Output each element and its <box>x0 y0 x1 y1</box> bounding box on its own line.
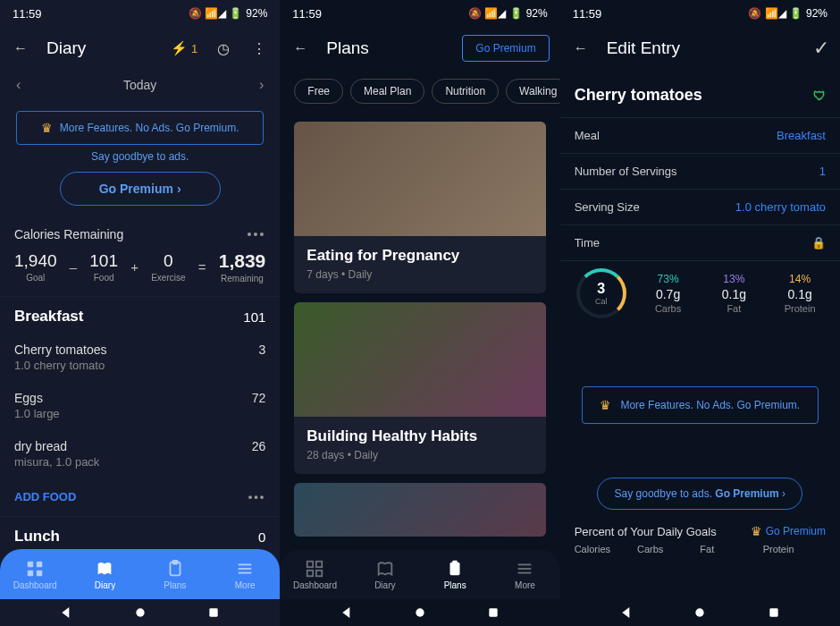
calories-more-icon[interactable]: ••• <box>248 227 266 241</box>
chip-walking[interactable]: Walking <box>506 79 560 104</box>
food-value: 101 <box>89 251 118 271</box>
svg-rect-3 <box>37 570 42 575</box>
nav-diary[interactable]: Diary <box>70 549 139 599</box>
plans-appbar: ← Plans Go Premium <box>280 27 559 70</box>
food-item-dry-bread[interactable]: dry breadmisura, 1.0 pack 26 <box>0 429 280 478</box>
promo-banner[interactable]: ♛ More Features. No Ads. Go Premium. <box>582 386 819 424</box>
sys-home-icon[interactable] <box>413 605 427 620</box>
sys-recent-icon[interactable] <box>206 605 221 620</box>
go-premium-button[interactable]: Go Premium› <box>60 172 221 206</box>
date-label[interactable]: Today <box>123 78 156 92</box>
clock-icon[interactable]: ◷ <box>214 38 233 58</box>
nav-plans[interactable]: Plans <box>140 549 210 599</box>
svg-rect-21 <box>490 608 498 616</box>
plan-card-healthy-habits[interactable]: Building Healthy Habits28 days • Daily <box>294 302 545 474</box>
food-item-cherry-tomatoes[interactable]: Cherry tomatoes1.0 cherry tomato 3 <box>0 333 280 381</box>
plans-icon <box>165 559 185 579</box>
macros-row: 3 Cal 73% 0.7g Carbs 13% 0.1g Fat 14% 0.… <box>560 260 840 333</box>
status-icons: 🔕 📶◢ 🔋92% <box>189 7 268 20</box>
streak-icon[interactable]: ⚡ <box>171 40 188 56</box>
crown-icon: ♛ <box>600 398 611 412</box>
calories-row: 1,940Goal – 101Food + 0Exercise = 1,839R… <box>0 247 280 296</box>
system-nav <box>280 599 559 626</box>
promo-pill[interactable]: Say goodbye to ads. Go Premium › <box>597 478 802 510</box>
streak-count: 1 <box>191 42 197 55</box>
nav-more[interactable]: More <box>210 549 280 599</box>
svg-rect-11 <box>307 561 313 566</box>
svg-rect-13 <box>307 570 313 575</box>
calories-header: Calories Remaining ••• <box>0 218 280 247</box>
goals-header: Percent of Your Daily Goals ♛Go Premium <box>560 510 840 544</box>
nav-diary[interactable]: Diary <box>350 549 420 599</box>
more-menu-icon <box>235 559 255 579</box>
chip-nutrition[interactable]: Nutrition <box>432 79 499 104</box>
entry-appbar: ← Edit Entry ✓ <box>560 27 840 70</box>
nav-more[interactable]: More <box>490 549 559 599</box>
plan-card-pregnancy[interactable]: Eating for Pregnancy7 days • Daily <box>294 122 545 293</box>
meal-row[interactable]: Meal Breakfast <box>560 117 840 153</box>
sys-home-icon[interactable] <box>133 605 147 620</box>
servings-row[interactable]: Number of Servings 1 <box>560 153 840 189</box>
diary-icon <box>95 559 114 579</box>
more-icon[interactable]: ⋮ <box>249 38 269 58</box>
svg-point-9 <box>136 608 144 616</box>
diary-screen: 11:59 🔕 📶◢ 🔋92% ← Diary ⚡1 ◷ ⋮ ‹ Today ›… <box>0 0 280 626</box>
chip-free[interactable]: Free <box>294 79 343 104</box>
food-item-eggs[interactable]: Eggs1.0 large 72 <box>0 381 280 429</box>
plans-title: Plans <box>326 38 446 58</box>
status-time: 11:59 <box>573 7 602 21</box>
add-food-breakfast[interactable]: ADD FOOD ••• <box>0 478 280 516</box>
crown-icon: ♛ <box>41 121 53 135</box>
nav-dashboard[interactable]: Dashboard <box>0 549 70 599</box>
lunch-header[interactable]: Lunch 0 <box>0 516 280 553</box>
sys-back-icon[interactable] <box>340 605 354 620</box>
back-icon[interactable]: ← <box>11 38 30 58</box>
diary-appbar: ← Diary ⚡1 ◷ ⋮ <box>0 27 280 70</box>
system-nav <box>560 599 840 626</box>
plan-card-partial[interactable] <box>294 483 545 537</box>
check-icon[interactable]: ✓ <box>813 37 829 60</box>
sys-recent-icon[interactable] <box>767 605 781 620</box>
svg-rect-23 <box>769 608 777 616</box>
plans-screen: 11:59 🔕 📶◢ 🔋92% ← Plans Go Premium Free … <box>280 0 559 626</box>
calories-remaining-label: Calories Remaining <box>14 227 123 241</box>
back-icon[interactable]: ← <box>571 38 591 58</box>
svg-point-20 <box>416 608 424 616</box>
status-time: 11:59 <box>13 7 42 21</box>
nav-plans[interactable]: Plans <box>420 549 490 599</box>
svg-rect-5 <box>172 560 178 563</box>
lock-icon: 🔒 <box>811 236 826 250</box>
food-name-header: Cherry tomatoes 🛡 <box>560 70 840 117</box>
nav-dashboard[interactable]: Dashboard <box>280 549 349 599</box>
serving-size-row[interactable]: Serving Size 1.0 cherry tomato <box>560 189 840 224</box>
macro-protein: 14% 0.1g Protein <box>769 273 831 314</box>
status-icons: 🔕 📶◢ 🔋92% <box>468 7 548 20</box>
breakfast-header[interactable]: Breakfast 101 <box>0 296 280 333</box>
sys-home-icon[interactable] <box>693 605 707 620</box>
sys-back-icon[interactable] <box>59 605 73 620</box>
chevron-right-icon: › <box>177 182 181 196</box>
filter-chips: Free Meal Plan Nutrition Walking Workout <box>280 70 559 113</box>
sys-recent-icon[interactable] <box>486 605 500 620</box>
macro-fat: 13% 0.1g Fat <box>702 273 765 314</box>
breakfast-more-icon[interactable]: ••• <box>248 490 266 503</box>
chip-meal-plan[interactable]: Meal Plan <box>350 79 424 104</box>
plan-image <box>294 302 545 417</box>
status-icons: 🔕 📶◢ 🔋92% <box>748 7 827 20</box>
bottom-nav: Dashboard Diary Plans More <box>280 549 559 599</box>
svg-rect-1 <box>37 561 42 566</box>
go-premium-button[interactable]: Go Premium <box>462 35 549 62</box>
more-menu-icon <box>515 559 534 579</box>
sys-back-icon[interactable] <box>619 605 634 620</box>
time-row[interactable]: Time 🔒 <box>560 224 840 260</box>
back-icon[interactable]: ← <box>290 38 310 58</box>
promo-banner[interactable]: ♛ More Features. No Ads. Go Premium. <box>16 111 264 145</box>
svg-rect-15 <box>450 562 460 575</box>
svg-rect-12 <box>316 561 322 566</box>
goals-premium-link[interactable]: ♛Go Premium <box>751 524 826 538</box>
next-day-icon[interactable]: › <box>259 77 264 93</box>
svg-rect-14 <box>316 570 322 575</box>
prev-day-icon[interactable]: ‹ <box>16 77 21 93</box>
status-bar: 11:59 🔕 📶◢ 🔋92% <box>280 0 559 27</box>
promo-text: More Features. No Ads. Go Premium. <box>60 122 239 134</box>
